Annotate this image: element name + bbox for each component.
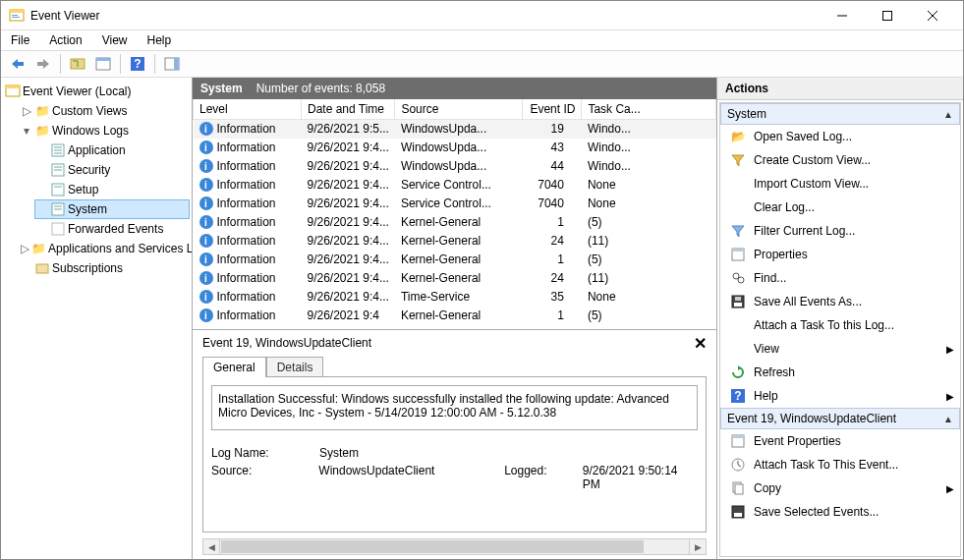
info-icon: i [199,290,213,304]
tab-general[interactable]: General [202,357,266,377]
maximize-button[interactable] [865,1,910,30]
cell-source: Kernel-General [395,269,523,288]
cell-eventid: 44 [523,157,582,176]
tree-label: Windows Logs [52,122,129,140]
table-row[interactable]: iInformation9/26/2021 9:4...Kernel-Gener… [194,232,716,251]
table-row[interactable]: iInformation9/26/2021 9:4...Kernel-Gener… [194,269,716,288]
properties-toolbar-button[interactable] [92,53,114,75]
log-icon [50,221,66,237]
scroll-left-icon[interactable]: ◀ [203,539,220,554]
navigation-tree[interactable]: Event Viewer (Local) ▷📁Custom Views ▾📁Wi… [1,78,193,559]
tree-setup[interactable]: Setup [34,180,190,199]
scroll-thumb[interactable] [221,540,644,553]
table-row[interactable]: iInformation9/26/2021 9:4...Service Cont… [194,195,716,213]
action-clear-log[interactable]: Clear Log... [720,196,960,219]
action-attach-task-event[interactable]: Attach Task To This Event... [720,453,960,476]
col-source[interactable]: Source [395,99,523,120]
menu-help[interactable]: Help [143,31,176,49]
properties-icon [730,247,746,262]
action-view[interactable]: View▶ [720,337,960,361]
tree-forwarded[interactable]: Forwarded Events [34,219,190,239]
action-find[interactable]: Find... [720,266,960,290]
expand-icon[interactable]: ▷ [21,102,32,120]
action-filter-log[interactable]: Filter Current Log... [720,219,960,243]
action-save-all[interactable]: Save All Events As... [720,290,960,313]
actions-group-event[interactable]: Event 19, WindowsUpdateClient▲ [720,408,960,429]
action-label: Save All Events As... [754,295,862,308]
cell-taskcat: (11) [582,269,716,288]
tree-root[interactable]: Event Viewer (Local) [3,82,190,101]
tree-security[interactable]: Security [34,160,190,180]
action-event-properties[interactable]: Event Properties [720,429,960,453]
svg-rect-36 [734,303,742,307]
collapse-icon[interactable]: ▲ [943,109,953,120]
svg-rect-16 [6,85,20,88]
back-button[interactable] [7,53,28,75]
table-row[interactable]: iInformation9/26/2021 9:4...WindowsUpda.… [194,157,716,176]
log-icon [50,142,66,158]
table-row[interactable]: iInformation9/26/2021 9:5...WindowsUpda.… [194,120,716,139]
cell-level: Information [217,196,276,210]
table-row[interactable]: iInformation9/26/2021 9:4...Time-Service… [194,288,716,307]
collapse-icon[interactable]: ▲ [943,414,953,424]
scroll-right-icon[interactable]: ▶ [689,539,706,554]
show-tree-button[interactable] [67,53,88,75]
action-copy[interactable]: Copy▶ [720,476,960,500]
col-taskcat[interactable]: Task Ca... [582,99,716,120]
action-open-saved-log[interactable]: 📂Open Saved Log... [720,125,960,148]
action-save-selected[interactable]: Save Selected Events... [720,500,960,524]
col-level[interactable]: Level [194,99,302,120]
col-datetime[interactable]: Date and Time [302,99,395,120]
action-help[interactable]: ?Help▶ [720,384,960,408]
menu-view[interactable]: View [98,31,132,49]
forward-button[interactable] [32,53,54,75]
cell-taskcat: Windo... [582,139,716,157]
action-properties[interactable]: Properties [720,243,960,266]
action-label: Create Custom View... [754,153,871,167]
close-detail-icon[interactable]: ✕ [694,334,707,353]
tree-subscriptions[interactable]: Subscriptions [19,258,190,278]
menu-file[interactable]: File [7,31,33,49]
action-create-custom-view[interactable]: Create Custom View... [720,148,960,172]
save-icon [730,294,746,309]
table-row[interactable]: iInformation9/26/2021 9:4...Kernel-Gener… [194,251,716,269]
table-row[interactable]: iInformation9/26/2021 9:4...WindowsUpda.… [194,139,716,157]
events-table-wrap[interactable]: Level Date and Time Source Event ID Task… [193,99,716,330]
actions-group-system[interactable]: System▲ [720,103,960,125]
minimize-button[interactable] [820,1,865,30]
tab-details[interactable]: Details [266,357,324,377]
log-icon [50,162,66,178]
tree-windows-logs[interactable]: ▾📁Windows Logs [19,121,190,140]
tree-label: Subscriptions [52,259,123,277]
panel-toggle-button[interactable] [161,53,183,75]
expand-icon[interactable]: ▷ [21,240,29,257]
svg-rect-2 [12,15,18,16]
tree-system[interactable]: System [34,199,190,219]
table-row[interactable]: iInformation9/26/2021 9:4Kernel-General1… [194,307,716,325]
svg-rect-1 [10,10,24,13]
tree-application[interactable]: Application [34,140,190,160]
table-row[interactable]: iInformation9/26/2021 9:4...Service Cont… [194,176,716,195]
action-attach-task[interactable]: Attach a Task To this Log... [720,313,960,337]
col-eventid[interactable]: Event ID [523,99,582,120]
log-header: System Number of events: 8,058 [193,78,716,99]
action-import-custom-view[interactable]: Import Custom View... [720,172,960,196]
cell-level: Information [217,122,276,136]
action-refresh[interactable]: Refresh [720,361,960,384]
cell-level: Information [217,252,276,266]
cell-datetime: 9/26/2021 9:4... [302,157,395,176]
tree-custom-views[interactable]: ▷📁Custom Views [19,101,190,121]
center-panel: System Number of events: 8,058 Level Dat… [193,78,717,559]
table-row[interactable]: iInformation9/26/2021 9:4...Kernel-Gener… [194,213,716,232]
horizontal-scrollbar[interactable]: ◀ ▶ [202,538,707,555]
menu-action[interactable]: Action [45,31,85,49]
tree-apps-services[interactable]: ▷📁Applications and Services Lo [19,239,190,258]
cell-level: Information [217,308,276,322]
cell-datetime: 9/26/2021 9:4... [302,269,395,288]
collapse-icon[interactable]: ▾ [21,122,32,140]
log-icon [50,182,66,197]
help-toolbar-button[interactable]: ? [127,53,148,75]
close-button[interactable] [910,1,955,30]
cell-source: Time-Service [395,288,523,307]
logname-value: System [319,446,359,460]
